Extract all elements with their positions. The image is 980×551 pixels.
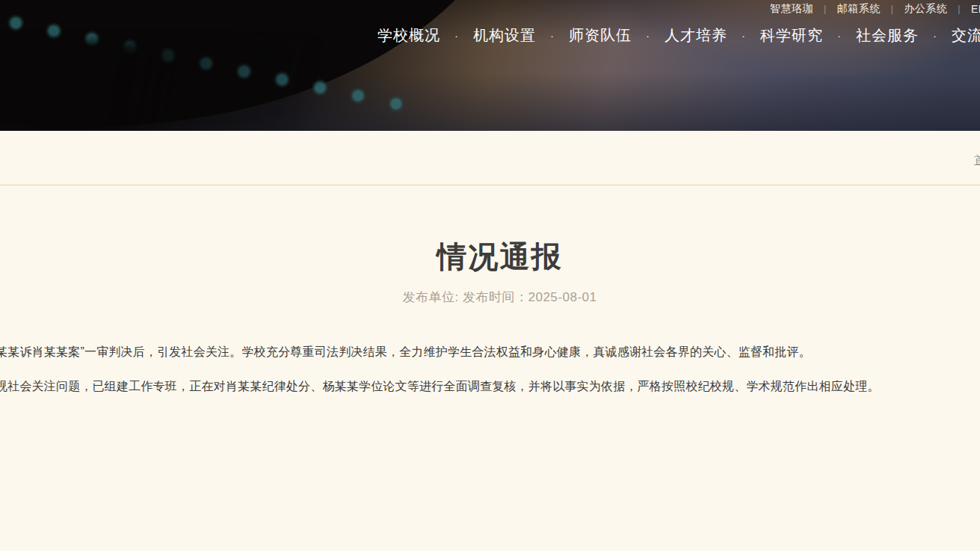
breadcrumb-bar: 首	[0, 131, 980, 185]
roof-shadow	[0, 41, 411, 131]
utility-separator: |	[891, 4, 894, 14]
utility-link-english[interactable]: EN	[971, 3, 980, 15]
nav-separator: ·	[454, 29, 459, 42]
utility-link-smart-luojia[interactable]: 智慧珞珈	[770, 2, 813, 16]
utility-separator: |	[958, 4, 961, 14]
article-meta: 发布单位: 发布时间：2025-08-01	[10, 289, 980, 306]
nav-separator: ·	[933, 29, 937, 42]
article-paragraph: 视社会关注问题，已组建工作专班，正在对肖某某纪律处分、杨某某学位论文等进行全面调…	[0, 379, 880, 395]
nav-separator: ·	[646, 29, 650, 42]
nav-item-talent-cultivation[interactable]: 人才培养	[665, 25, 727, 46]
nav-item-organizations[interactable]: 机构设置	[473, 25, 536, 46]
nav-item-research[interactable]: 科学研究	[760, 25, 823, 46]
utility-link-mail-system[interactable]: 邮箱系统	[837, 2, 881, 16]
page-title: 情况通报	[10, 236, 980, 277]
page: 智慧珞珈 | 邮箱系统 | 办公系统 | EN 学校概况 · 机构设置 · 师资…	[0, 0, 980, 551]
breadcrumb-home-link[interactable]: 首	[974, 153, 980, 167]
nav-item-faculty[interactable]: 师资队伍	[569, 25, 632, 46]
utility-separator: |	[824, 4, 827, 14]
utility-nav: 智慧珞珈 | 邮箱系统 | 办公系统 | EN	[770, 1, 980, 16]
main-nav: 学校概况 · 机构设置 · 师资队伍 · 人才培养 · 科学研究 · 社会服务 …	[377, 25, 980, 46]
utility-link-office-system[interactable]: 办公系统	[904, 2, 947, 16]
article-paragraph: 某某诉肖某某案”一审判决后，引发社会关注。学校充分尊重司法判决结果，全力维护学生…	[0, 345, 811, 360]
nav-item-social-service[interactable]: 社会服务	[856, 25, 919, 46]
hero-banner: 智慧珞珈 | 邮箱系统 | 办公系统 | EN 学校概况 · 机构设置 · 师资…	[0, 0, 980, 131]
nav-separator: ·	[837, 29, 842, 42]
nav-separator: ·	[742, 29, 746, 42]
nav-item-exchange[interactable]: 交流	[952, 25, 980, 46]
nav-separator: ·	[550, 29, 555, 42]
nav-item-school-overview[interactable]: 学校概况	[377, 25, 440, 46]
